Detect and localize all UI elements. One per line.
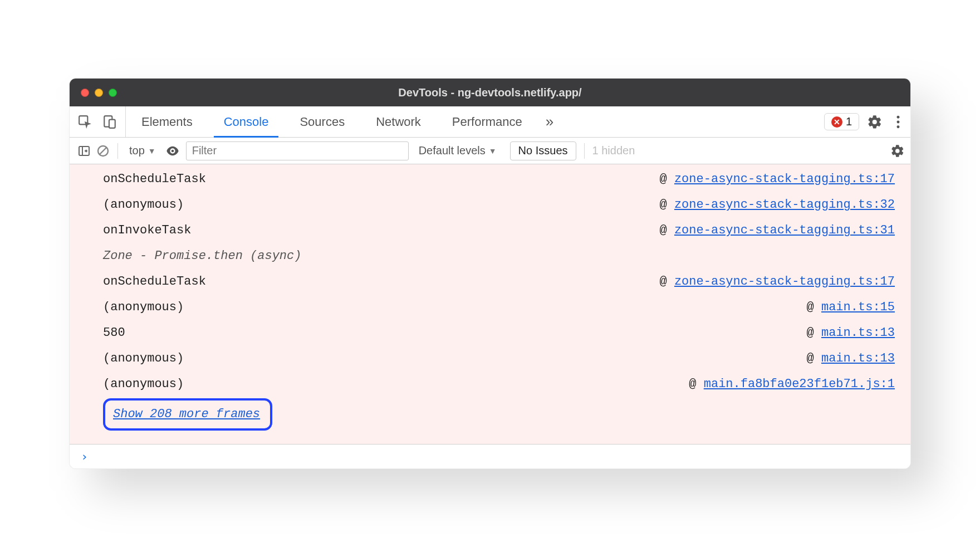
execution-context-selector[interactable]: top ▼	[126, 144, 159, 157]
close-window-button[interactable]	[81, 89, 89, 97]
tab-elements[interactable]: Elements	[126, 106, 208, 137]
stack-frame: 580@ main.ts:13	[103, 320, 895, 346]
svg-point-3	[897, 115, 900, 118]
stack-frame: onScheduleTask@ zone-async-stack-tagging…	[103, 167, 895, 192]
chevron-down-icon: ▼	[148, 146, 156, 155]
svg-point-4	[897, 120, 900, 123]
console-toolbar: top ▼ Default levels ▼ No Issues 1 hidde…	[70, 138, 910, 164]
frame-function: (anonymous)	[103, 192, 184, 218]
prompt-chevron-icon: ›	[81, 450, 88, 463]
console-settings-icon[interactable]	[890, 144, 905, 158]
window-titlebar: DevTools - ng-devtools.netlify.app/	[70, 79, 910, 106]
stack-frame: onScheduleTask@ zone-async-stack-tagging…	[103, 269, 895, 295]
frame-source: @ main.ts:13	[807, 346, 895, 372]
live-expression-icon[interactable]	[165, 143, 180, 159]
frame-function: onInvokeTask	[103, 218, 191, 243]
minimize-window-button[interactable]	[95, 89, 103, 97]
console-sidebar-toggle-icon[interactable]	[77, 144, 91, 158]
error-count-pill[interactable]: ✕ 1	[824, 113, 859, 130]
stack-frame: (anonymous)@ main.ts:15	[103, 295, 895, 320]
frame-function: onScheduleTask	[103, 269, 206, 295]
tab-console[interactable]: Console	[208, 106, 285, 137]
frame-function: (anonymous)	[103, 295, 184, 320]
devtools-window: DevTools - ng-devtools.netlify.app/ Elem…	[69, 78, 911, 469]
clear-console-icon[interactable]	[96, 144, 110, 158]
main-tabs: Elements Console Sources Network Perform…	[70, 106, 910, 138]
frame-source: @ zone-async-stack-tagging.ts:17	[660, 167, 895, 192]
frame-source: @ zone-async-stack-tagging.ts:32	[660, 192, 895, 218]
svg-line-8	[100, 148, 106, 154]
frame-source: @ main.ts:13	[807, 320, 895, 346]
tab-network[interactable]: Network	[360, 106, 437, 137]
error-icon: ✕	[831, 116, 842, 128]
source-link[interactable]: main.fa8bfa0e23f1eb71.js:1	[704, 377, 895, 391]
source-link[interactable]: zone-async-stack-tagging.ts:32	[674, 198, 895, 212]
issues-label: No Issues	[518, 144, 568, 157]
source-link[interactable]: main.ts:15	[821, 300, 895, 314]
tab-sources[interactable]: Sources	[284, 106, 360, 137]
frame-source: @ zone-async-stack-tagging.ts:17	[660, 269, 895, 295]
frame-function: (anonymous)	[103, 346, 184, 372]
levels-label: Default levels	[419, 144, 486, 157]
settings-icon[interactable]	[867, 114, 883, 130]
console-output: onScheduleTask@ zone-async-stack-tagging…	[70, 164, 910, 444]
traffic-lights	[70, 89, 117, 97]
svg-rect-2	[109, 119, 115, 128]
svg-point-9	[171, 149, 174, 152]
frame-source: @ main.ts:15	[807, 295, 895, 320]
source-link[interactable]: zone-async-stack-tagging.ts:31	[674, 223, 895, 237]
show-more-frames-link[interactable]: Show 208 more frames	[110, 407, 263, 422]
maximize-window-button[interactable]	[109, 89, 117, 97]
frame-source: @ zone-async-stack-tagging.ts:31	[660, 218, 895, 243]
stack-frame: (anonymous)@ zone-async-stack-tagging.ts…	[103, 192, 895, 218]
stack-trace: onScheduleTask@ zone-async-stack-tagging…	[70, 164, 910, 441]
panels-tablist: Elements Console Sources Network Perform…	[126, 106, 819, 137]
stack-frame: (anonymous)@ main.ts:13	[103, 346, 895, 372]
source-link[interactable]: zone-async-stack-tagging.ts:17	[674, 275, 895, 289]
more-tabs-button[interactable]: »	[538, 106, 561, 137]
console-filter-input[interactable]	[186, 141, 409, 160]
inspect-element-icon[interactable]	[77, 114, 93, 130]
async-boundary: Zone - Promise.then (async)	[103, 243, 895, 269]
frame-source: @ main.fa8bfa0e23f1eb71.js:1	[689, 372, 895, 397]
error-count: 1	[846, 115, 852, 128]
source-link[interactable]: zone-async-stack-tagging.ts:17	[674, 172, 895, 186]
source-link[interactable]: main.ts:13	[821, 351, 895, 365]
stack-frame: (anonymous)@ main.fa8bfa0e23f1eb71.js:1	[103, 372, 895, 397]
context-label: top	[129, 144, 145, 157]
tab-performance[interactable]: Performance	[437, 106, 538, 137]
chevron-down-icon: ▼	[489, 146, 497, 155]
issues-button[interactable]: No Issues	[510, 141, 576, 160]
frame-function: (anonymous)	[103, 372, 184, 397]
window-title: DevTools - ng-devtools.netlify.app/	[70, 86, 910, 99]
show-more-frames-highlight: Show 208 more frames	[103, 398, 272, 431]
frame-function: 580	[103, 320, 125, 346]
console-prompt[interactable]: ›	[70, 444, 910, 468]
frame-function: onScheduleTask	[103, 167, 206, 192]
log-levels-selector[interactable]: Default levels ▼	[419, 144, 497, 157]
kebab-menu-icon[interactable]	[890, 114, 906, 130]
source-link[interactable]: main.ts:13	[821, 326, 895, 340]
device-toolbar-icon[interactable]	[102, 114, 117, 130]
svg-point-5	[897, 125, 900, 128]
stack-frame: onInvokeTask@ zone-async-stack-tagging.t…	[103, 218, 895, 243]
hidden-count: 1 hidden	[592, 144, 635, 157]
